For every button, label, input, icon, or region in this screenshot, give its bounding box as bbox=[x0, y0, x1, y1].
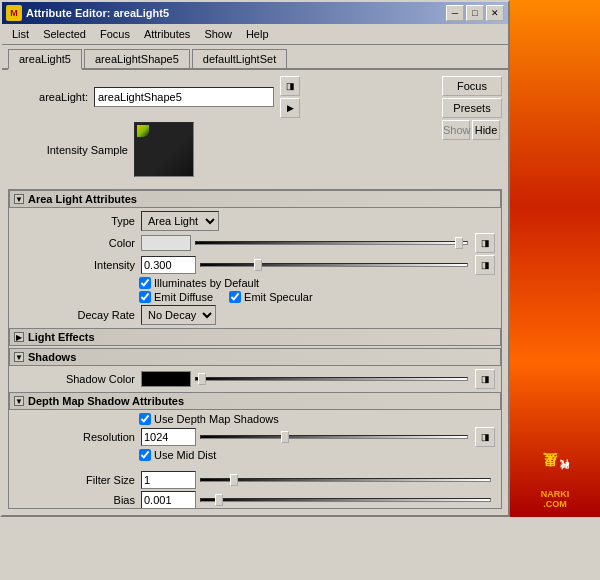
section-shadows[interactable]: ▼ Shadows bbox=[9, 348, 501, 366]
focus-button[interactable]: Focus bbox=[442, 76, 502, 96]
shadow-color-swatch[interactable] bbox=[141, 371, 191, 387]
resolution-slider-row bbox=[196, 435, 472, 439]
tab-arealightshape5[interactable]: areaLightShape5 bbox=[84, 49, 190, 68]
intensity-preview bbox=[134, 122, 194, 177]
color-slider-row bbox=[191, 241, 472, 245]
resolution-row: Resolution ◨ bbox=[9, 426, 501, 448]
use-mid-dist-checkbox[interactable] bbox=[139, 449, 151, 461]
section-area-light-attrs[interactable]: ▼ Area Light Attributes bbox=[9, 190, 501, 208]
color-map-icon[interactable]: ◨ bbox=[475, 233, 495, 253]
arrow-depth-map: ▼ bbox=[14, 396, 24, 406]
tab-bar: areaLight5 areaLightShape5 defaultLightS… bbox=[2, 45, 508, 70]
intensity-label: Intensity bbox=[15, 259, 135, 271]
bias-input[interactable] bbox=[141, 491, 196, 509]
bias-slider-thumb[interactable] bbox=[215, 494, 223, 506]
hide-button[interactable]: Hide bbox=[472, 120, 500, 140]
section-light-effects[interactable]: ▶ Light Effects bbox=[9, 328, 501, 346]
shadow-slider-row bbox=[191, 377, 472, 381]
section-depth-map[interactable]: ▼ Depth Map Shadow Attributes bbox=[9, 392, 501, 410]
illuminates-check-item: Illuminates by Default bbox=[139, 277, 259, 289]
tab-arealight5[interactable]: areaLight5 bbox=[8, 49, 82, 70]
depth-map-content: Use Depth Map Shadows Resolution ◨ bbox=[9, 412, 501, 509]
illuminates-label: Illuminates by Default bbox=[154, 277, 259, 289]
emit-specular-checkbox[interactable] bbox=[229, 291, 241, 303]
ad-text-top: 火星 bbox=[540, 477, 558, 479]
arealight-label: areaLight: bbox=[8, 91, 88, 103]
emit-row: Emit Diffuse Emit Specular bbox=[9, 290, 501, 304]
menu-focus[interactable]: Focus bbox=[94, 26, 136, 42]
color-slider[interactable] bbox=[195, 241, 468, 245]
use-mid-dist-item: Use Mid Dist bbox=[139, 449, 216, 461]
arrow-light-effects: ▶ bbox=[14, 332, 24, 342]
use-depth-map-label: Use Depth Map Shadows bbox=[154, 413, 279, 425]
menu-list[interactable]: List bbox=[6, 26, 35, 42]
ad-text-bottom: 时代 bbox=[558, 473, 571, 479]
menu-attributes[interactable]: Attributes bbox=[138, 26, 196, 42]
map-icon-bottom[interactable]: ▶ bbox=[280, 98, 300, 118]
presets-button[interactable]: Presets bbox=[442, 98, 502, 118]
menu-help[interactable]: Help bbox=[240, 26, 275, 42]
shadow-color-slider[interactable] bbox=[195, 377, 468, 381]
intensity-highlight bbox=[137, 125, 149, 137]
right-ad-panel: 火星 时代 NARKI .COM bbox=[510, 0, 600, 517]
arrow-shadows: ▼ bbox=[14, 352, 24, 362]
map-icon-top[interactable]: ◨ bbox=[280, 76, 300, 96]
intensity-slider-thumb[interactable] bbox=[254, 259, 262, 271]
illuminates-checkbox[interactable] bbox=[139, 277, 151, 289]
bias-slider[interactable] bbox=[200, 498, 491, 502]
menu-show[interactable]: Show bbox=[198, 26, 238, 42]
resolution-input[interactable] bbox=[141, 428, 196, 446]
decay-row: Decay Rate No Decay Linear Quadratic Cub… bbox=[9, 304, 501, 326]
app-icon: M bbox=[6, 5, 22, 21]
type-select[interactable]: Area Light Spot Point Directional bbox=[141, 211, 219, 231]
menu-selected[interactable]: Selected bbox=[37, 26, 92, 42]
emit-diffuse-checkbox[interactable] bbox=[139, 291, 151, 303]
arealight-input[interactable] bbox=[94, 87, 274, 107]
color-label: Color bbox=[15, 237, 135, 249]
minimize-button[interactable]: ─ bbox=[446, 5, 464, 21]
decay-label: Decay Rate bbox=[15, 309, 135, 321]
close-button[interactable]: ✕ bbox=[486, 5, 504, 21]
section-area-light-title: Area Light Attributes bbox=[28, 193, 137, 205]
ad-logo: NARKI .COM bbox=[541, 489, 570, 509]
menu-bar: List Selected Focus Attributes Show Help bbox=[2, 24, 508, 45]
emit-specular-item: Emit Specular bbox=[229, 291, 312, 303]
intensity-input[interactable] bbox=[141, 256, 196, 274]
intensity-sample-label: Intensity Sample bbox=[8, 144, 128, 156]
arrow-area-light: ▼ bbox=[14, 194, 24, 204]
bias-slider-row bbox=[196, 498, 495, 502]
use-depth-map-checkbox[interactable] bbox=[139, 413, 151, 425]
section-depth-map-title: Depth Map Shadow Attributes bbox=[28, 395, 184, 407]
illuminates-row: Illuminates by Default bbox=[9, 276, 501, 290]
emit-diffuse-label: Emit Diffuse bbox=[154, 291, 213, 303]
resolution-map-icon[interactable]: ◨ bbox=[475, 427, 495, 447]
title-bar: M Attribute Editor: areaLight5 ─ □ ✕ bbox=[2, 2, 508, 24]
intensity-slider[interactable] bbox=[200, 263, 468, 267]
resolution-slider[interactable] bbox=[200, 435, 468, 439]
use-depth-map-item: Use Depth Map Shadows bbox=[139, 413, 279, 425]
filter-size-slider-thumb[interactable] bbox=[230, 474, 238, 486]
decay-select[interactable]: No Decay Linear Quadratic Cubic bbox=[141, 305, 216, 325]
filter-size-label: Filter Size bbox=[15, 474, 135, 486]
show-button[interactable]: Show bbox=[442, 120, 470, 140]
filter-size-slider[interactable] bbox=[200, 478, 491, 482]
color-row: Color ◨ bbox=[9, 232, 501, 254]
tab-defaultlightset[interactable]: defaultLightSet bbox=[192, 49, 287, 68]
emit-diffuse-item: Emit Diffuse bbox=[139, 291, 213, 303]
attrs-panel[interactable]: ▼ Area Light Attributes Type Area Light … bbox=[8, 189, 502, 509]
section-light-effects-title: Light Effects bbox=[28, 331, 95, 343]
color-swatch[interactable] bbox=[141, 235, 191, 251]
resolution-slider-thumb[interactable] bbox=[281, 431, 289, 443]
shadow-slider-thumb[interactable] bbox=[198, 373, 206, 385]
intensity-map-icon[interactable]: ◨ bbox=[475, 255, 495, 275]
use-mid-dist-label: Use Mid Dist bbox=[154, 449, 216, 461]
use-depth-map-row: Use Depth Map Shadows bbox=[9, 412, 501, 426]
type-label: Type bbox=[15, 215, 135, 227]
maximize-button[interactable]: □ bbox=[466, 5, 484, 21]
filter-size-input[interactable] bbox=[141, 471, 196, 489]
shadow-color-map-icon[interactable]: ◨ bbox=[475, 369, 495, 389]
type-row: Type Area Light Spot Point Directional bbox=[9, 210, 501, 232]
bias-row: Bias bbox=[9, 490, 501, 509]
color-slider-thumb[interactable] bbox=[455, 237, 463, 249]
shadows-content: Shadow Color ◨ bbox=[9, 368, 501, 392]
